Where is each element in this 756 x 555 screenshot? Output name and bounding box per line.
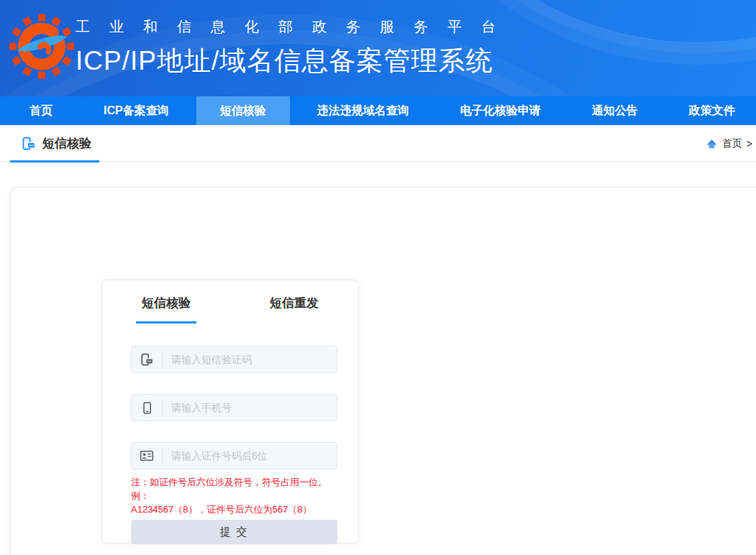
sms-message-icon (132, 353, 162, 367)
breadcrumb: 首页 > (706, 137, 752, 150)
app-title: ICP/IP地址/域名信息备案管理系统 (76, 43, 515, 79)
section-active-underline (10, 160, 99, 162)
submit-button[interactable]: 提 交 (131, 520, 337, 544)
tab-sms-verify[interactable]: 短信核验 (102, 280, 230, 325)
section-title: 短信核验 (42, 135, 91, 152)
nav-item-icp-query[interactable]: ICP备案查询 (80, 96, 193, 125)
breadcrumb-home-link[interactable]: 首页 (722, 137, 742, 150)
miit-gear-e-logo-icon (9, 9, 75, 88)
id-symbol-note: 注：如证件号后六位涉及符号，符号占用一位。例： A1234567（8），证件号后… (131, 475, 340, 516)
sms-code-input[interactable] (163, 347, 337, 372)
sms-code-field-row (131, 346, 337, 373)
id-card-icon (132, 449, 162, 463)
form-fields (131, 346, 337, 469)
tab-sms-resend[interactable]: 短信重发 (230, 280, 358, 325)
platform-subtitle: 工业和信息化部政务服务平台 (76, 17, 515, 37)
nav-item-electronic-verify[interactable]: 电子化核验申请 (437, 96, 565, 125)
mobile-phone-icon (132, 401, 162, 415)
breadcrumb-separator: > (747, 138, 752, 150)
note-line-2: A1234567（8），证件号后六位为567（8） (131, 503, 340, 516)
id-last6-input[interactable] (163, 443, 337, 469)
nav-item-home[interactable]: 首页 (6, 96, 76, 125)
nav-item-notices[interactable]: 通知公告 (568, 96, 662, 125)
note-line-1: 注：如证件号后六位涉及符号，符号占用一位。例： (131, 475, 340, 503)
content-panel: 短信核验 短信重发 (10, 187, 756, 555)
sms-message-icon (22, 137, 36, 151)
id-last6-field-row (131, 442, 337, 469)
phone-number-input[interactable] (163, 395, 337, 421)
home-icon (706, 138, 718, 150)
nav-item-illegal-domain-query[interactable]: 违法违规域名查询 (293, 96, 433, 125)
main-nav: 首页 ICP备案查询 短信核验 违法违规域名查询 电子化核验申请 通知公告 政策… (0, 96, 756, 125)
section-header: 短信核验 (22, 135, 91, 152)
breadcrumb-bar: 短信核验 首页 > (0, 125, 756, 162)
nav-item-policy-docs[interactable]: 政策文件 (665, 96, 756, 125)
app-header: 工业和信息化部政务服务平台 ICP/IP地址/域名信息备案管理系统 (0, 0, 756, 96)
phone-field-row (131, 394, 337, 421)
card-tabs: 短信核验 短信重发 (102, 280, 358, 325)
sms-verify-card: 短信核验 短信重发 (101, 280, 359, 543)
nav-item-sms-verify[interactable]: 短信核验 (196, 96, 290, 125)
